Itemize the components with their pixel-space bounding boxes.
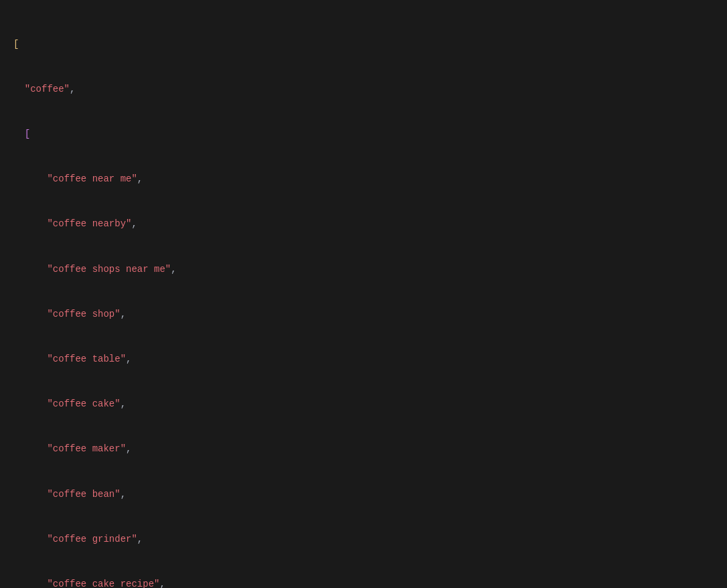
line-4: "coffee near me", [13, 171, 714, 186]
line-6: "coffee shops near me", [13, 262, 714, 277]
code-viewer: [ "coffee", [ "coffee near me", "coffee … [13, 7, 714, 588]
item-5: "coffee table" [47, 354, 126, 364]
line-11: "coffee bean", [13, 487, 714, 502]
item-10: "coffee cake recipe" [47, 579, 159, 588]
line-10: "coffee maker", [13, 441, 714, 456]
item-6: "coffee cake" [47, 398, 120, 409]
item-9: "coffee grinder" [47, 534, 137, 544]
line-5: "coffee nearby", [13, 216, 714, 231]
item-4: "coffee shop" [47, 309, 120, 319]
item-3: "coffee shops near me" [47, 264, 171, 275]
line-3: [ [13, 127, 714, 141]
line-2: "coffee", [13, 82, 714, 96]
coffee-string: "coffee" [25, 84, 70, 94]
line-1: [ [13, 37, 714, 52]
inner-bracket-1: [ [25, 129, 30, 139]
item-1: "coffee near me" [47, 173, 137, 184]
line-12: "coffee grinder", [13, 532, 714, 546]
item-8: "coffee bean" [47, 489, 120, 500]
line-7: "coffee shop", [13, 307, 714, 321]
item-2: "coffee nearby" [47, 218, 131, 229]
item-7: "coffee maker" [47, 443, 126, 454]
line-8: "coffee table", [13, 352, 714, 366]
line-13: "coffee cake recipe", [13, 577, 714, 588]
open-bracket: [ [13, 39, 19, 50]
line-9: "coffee cake", [13, 396, 714, 411]
